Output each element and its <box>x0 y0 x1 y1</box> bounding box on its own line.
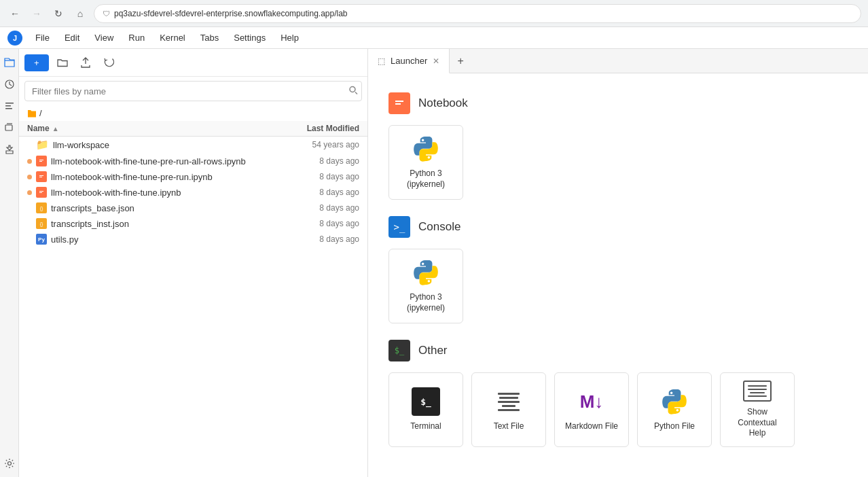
modified-dot <box>27 190 32 195</box>
section-icon-other: $_ <box>388 340 410 361</box>
card-python[interactable]: Python 3(ipykernel) <box>388 125 463 200</box>
markdown-icon: M↓ <box>577 387 606 416</box>
file-name-cell: llm-notebook-with-fine-tune-pre-run.ipyn… <box>27 171 271 182</box>
card-label: Python 3(ipykernel) <box>407 292 445 313</box>
app-logo: J <box>5 29 24 48</box>
file-name-cell: 📁 llm-workspace <box>27 139 271 151</box>
file-name-text: llm-notebook-with-fine-tune-pre-run-all-… <box>51 156 246 166</box>
notebook-icon <box>36 187 47 198</box>
column-modified-header[interactable]: Last Modified <box>271 124 359 133</box>
sidebar-icons <box>0 49 19 477</box>
sort-arrow-icon: ▲ <box>52 125 59 132</box>
svg-rect-1 <box>5 103 14 104</box>
svg-rect-14 <box>39 191 43 192</box>
search-submit-button[interactable] <box>348 86 358 97</box>
table-row[interactable]: llm-notebook-with-fine-tune.ipynb 8 days… <box>19 185 367 200</box>
section-icon-notebook <box>388 92 410 114</box>
svg-rect-2 <box>5 105 11 107</box>
svg-rect-15 <box>39 192 42 193</box>
upload-button[interactable] <box>76 53 95 72</box>
svg-rect-17 <box>395 101 403 102</box>
card-terminal[interactable]: $_ Terminal <box>388 372 463 447</box>
refresh-button[interactable] <box>99 53 118 72</box>
reload-button[interactable]: ↻ <box>50 5 67 22</box>
card-label: Text File <box>494 421 524 432</box>
card-label: Python File <box>654 421 695 432</box>
plus-icon: + <box>34 58 39 68</box>
file-date-cell: 54 years ago <box>271 140 359 149</box>
sidebar-settings-icon[interactable] <box>1 455 18 472</box>
card-python[interactable]: Python 3(ipykernel) <box>388 249 463 323</box>
forward-button[interactable]: → <box>29 5 45 22</box>
card-label: Markdown File <box>565 421 618 432</box>
file-name-cell: llm-notebook-with-fine-tune.ipynb <box>27 187 271 198</box>
cards-row-other: $_ Terminal Text File M↓ Markdown File <box>388 372 848 447</box>
menu-help[interactable]: Help <box>274 30 306 46</box>
card-contextual[interactable]: Show Contextual Help <box>720 372 795 447</box>
folder-icon: 📁 <box>36 139 49 151</box>
section-icon-console: >_ <box>388 216 410 238</box>
open-folder-button[interactable] <box>53 53 72 72</box>
section-title-console: Console <box>418 220 460 234</box>
file-name-text: transcripts_inst.json <box>51 219 129 229</box>
file-name-cell: {} transcripts_inst.json <box>27 218 271 229</box>
menu-settings[interactable]: Settings <box>227 30 272 46</box>
menu-edit[interactable]: Edit <box>58 30 86 46</box>
table-row[interactable]: 📁 llm-workspace 54 years ago <box>19 137 367 154</box>
menu-kernel[interactable]: Kernel <box>153 30 192 46</box>
section-header-other: $_Other <box>388 340 848 361</box>
breadcrumb: / <box>19 105 367 121</box>
launcher-tab-label: Launcher <box>391 56 427 66</box>
text-file-icon <box>494 387 523 416</box>
tab-launcher[interactable]: ⬚ Launcher ✕ <box>368 49 450 73</box>
new-button[interactable]: + + <box>24 54 49 71</box>
file-date-cell: 8 days ago <box>271 234 359 244</box>
address-bar[interactable]: 🛡 pq3azu-sfdevrel-sfdevrel-enterprise.sn… <box>94 4 861 23</box>
terminal-icon: $_ <box>412 387 440 416</box>
file-date-cell: 8 days ago <box>271 172 359 181</box>
column-name-header[interactable]: Name ▲ <box>27 124 271 133</box>
file-name-cell: {} transcripts_base.json <box>27 202 271 213</box>
file-toolbar: + + <box>19 49 367 77</box>
sidebar-tabs-icon[interactable] <box>1 120 18 136</box>
sidebar-running-icon[interactable] <box>1 76 18 92</box>
sidebar-extensions-icon[interactable] <box>1 141 18 158</box>
python-icon: Py <box>36 234 47 245</box>
sidebar-files-icon[interactable] <box>1 54 18 71</box>
cards-row-notebook: Python 3(ipykernel) <box>388 125 848 200</box>
launcher-tab-close[interactable]: ✕ <box>433 56 439 66</box>
search-input[interactable] <box>24 81 362 101</box>
card-markdown[interactable]: M↓ Markdown File <box>554 372 629 447</box>
app-body: + + / Name ▲ <box>0 49 868 477</box>
svg-point-5 <box>7 462 11 465</box>
back-button[interactable]: ← <box>7 5 23 22</box>
file-date-cell: 8 days ago <box>271 203 359 213</box>
file-name-text: llm-notebook-with-fine-tune.ipynb <box>51 188 181 198</box>
svg-rect-8 <box>39 160 43 160</box>
table-row[interactable]: llm-notebook-with-fine-tune-pre-run-all-… <box>19 154 367 169</box>
home-button[interactable]: ⌂ <box>72 5 88 22</box>
table-row[interactable]: {} transcripts_base.json 8 days ago <box>19 200 367 216</box>
modified-dot <box>27 159 32 164</box>
table-row[interactable]: {} transcripts_inst.json 8 days ago <box>19 216 367 232</box>
table-row[interactable]: llm-notebook-with-fine-tune-pre-run.ipyn… <box>19 169 367 185</box>
card-label: Show Contextual Help <box>729 407 786 439</box>
svg-rect-3 <box>5 108 12 109</box>
svg-rect-4 <box>5 125 12 130</box>
menu-tabs[interactable]: Tabs <box>194 30 225 46</box>
card-label: Python 3(ipykernel) <box>407 169 445 190</box>
new-tab-button[interactable]: + <box>450 49 471 73</box>
search-bar <box>24 81 362 101</box>
table-row[interactable]: Py utils.py 8 days ago <box>19 232 367 247</box>
menu-view[interactable]: View <box>88 30 120 46</box>
contextual-help-icon <box>743 381 772 402</box>
menu-file[interactable]: File <box>29 30 56 46</box>
menu-run[interactable]: Run <box>122 30 151 46</box>
main-area: ⬚ Launcher ✕ + Notebook Python 3(ipykern… <box>368 49 868 477</box>
card-pythonfile[interactable]: Python File <box>637 372 712 447</box>
sidebar-commands-icon[interactable] <box>1 98 18 114</box>
logo-circle: J <box>7 31 22 46</box>
file-name-text: llm-notebook-with-fine-tune-pre-run.ipyn… <box>51 172 213 182</box>
card-textfile[interactable]: Text File <box>471 372 546 447</box>
section-header-console: >_Console <box>388 216 848 238</box>
